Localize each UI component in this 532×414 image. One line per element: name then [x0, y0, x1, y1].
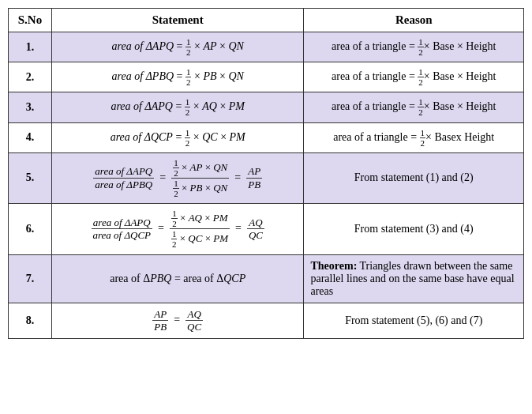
row-reason: area of a triangle = 12× Base × Height — [304, 32, 524, 62]
row-statement: area of ΔAPQ area of ΔQCP = 12 × AQ × PM… — [51, 204, 303, 254]
table-row: 8. AP PB = AQ QC From statement (5), (6)… — [9, 303, 524, 338]
row-reason: Theorem: Triangles drawn between the sam… — [304, 254, 524, 303]
row-reason: area of a triangle = 12× Base × Height — [304, 62, 524, 92]
row-reason: From statement (3) and (4) — [304, 204, 524, 254]
row-reason: area of a triangle = 12× Basex Height — [304, 122, 524, 152]
header-reason: Reason — [304, 9, 524, 32]
table-row: 1. area of ΔAPQ = 12 × AP × QN area of a… — [9, 32, 524, 62]
row-sno: 6. — [9, 204, 52, 254]
row-statement: area of ΔAPQ = 12 × AQ × PM — [51, 92, 303, 122]
row-statement: area of ΔAPQ area of ΔPBQ = 12 × AP × QN… — [51, 152, 303, 203]
row-statement: area of ΔAPQ = 12 × AP × QN — [51, 32, 303, 62]
row-sno: 4. — [9, 122, 52, 152]
header-statement: Statement — [51, 9, 303, 32]
row-statement: area of ΔQCP = 12 × QC × PM — [51, 122, 303, 152]
table-row: 2. area of ΔPBQ = 12 × PB × QN area of a… — [9, 62, 524, 92]
row-reason: area of a triangle = 12× Base × Height — [304, 92, 524, 122]
row-statement: area of ΔPBQ = area of ΔQCP — [51, 254, 303, 303]
row-sno: 3. — [9, 92, 52, 122]
table-row: 7. area of ΔPBQ = area of ΔQCP Theorem: … — [9, 254, 524, 303]
row-statement: AP PB = AQ QC — [51, 303, 303, 338]
table-row: 3. area of ΔAPQ = 12 × AQ × PM area of a… — [9, 92, 524, 122]
row-sno: 1. — [9, 32, 52, 62]
row-sno: 7. — [9, 254, 52, 303]
row-reason: From statement (1) and (2) — [304, 152, 524, 203]
proof-table: S.No Statement Reason 1. area of ΔAPQ = … — [8, 8, 524, 339]
row-sno: 8. — [9, 303, 52, 338]
table-row: 6. area of ΔAPQ area of ΔQCP = 12 × AQ ×… — [9, 204, 524, 254]
header-sno: S.No — [9, 9, 52, 32]
row-sno: 2. — [9, 62, 52, 92]
row-reason: From statement (5), (6) and (7) — [304, 303, 524, 338]
row-sno: 5. — [9, 152, 52, 203]
row-statement: area of ΔPBQ = 12 × PB × QN — [51, 62, 303, 92]
table-row: 5. area of ΔAPQ area of ΔPBQ = 12 × AP ×… — [9, 152, 524, 203]
table-row: 4. area of ΔQCP = 12 × QC × PM area of a… — [9, 122, 524, 152]
